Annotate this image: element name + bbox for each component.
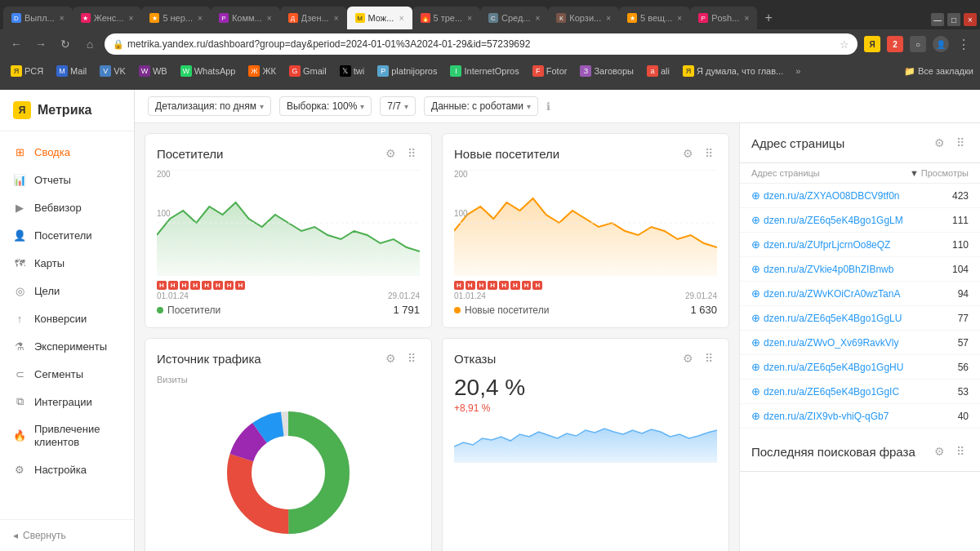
- minimize-button[interactable]: —: [931, 13, 944, 26]
- col-views-label: ▼ Просмотры: [920, 168, 969, 178]
- grid-icon[interactable]: ⠿: [952, 443, 969, 460]
- bookmark-twitter[interactable]: 𝕏 twi: [336, 64, 368, 78]
- bookmark-mail[interactable]: M Mail: [52, 64, 91, 78]
- browser-tab[interactable]: D Выпл... ×: [3, 7, 73, 29]
- collapse-icon: ◂: [13, 530, 18, 541]
- reload-button[interactable]: ↻: [56, 34, 75, 54]
- sample-filter[interactable]: Выборка: 100% ▾: [279, 96, 372, 116]
- bookmark-zhk[interactable]: Ж ЖК: [244, 64, 280, 78]
- browser-tab-active[interactable]: М Мож... ×: [347, 7, 412, 29]
- page-url-link[interactable]: ⊕ dzen.ru/a/ZWvKOiCrA0wzTanA: [751, 287, 920, 300]
- reports-icon: 📊: [13, 173, 26, 186]
- extensions-button[interactable]: Я: [862, 34, 882, 54]
- gear-icon[interactable]: ⚙: [931, 443, 947, 460]
- address-url[interactable]: metrika.yandex.ru/dashboard?group=day&pe…: [127, 38, 840, 50]
- menu-button[interactable]: ⋮: [954, 34, 973, 54]
- bookmark-whatsapp[interactable]: W WhatsApp: [176, 64, 240, 78]
- page-url-link[interactable]: ⊕ dzen.ru/a/ZE6q5eK4Bgo1GgLU: [751, 312, 920, 324]
- profile-button[interactable]: 👤: [931, 34, 951, 54]
- bookmark-ali[interactable]: a ali: [643, 64, 674, 78]
- browser-tab[interactable]: ★ Женс... ×: [73, 7, 142, 29]
- sidebar-item-acquisition[interactable]: 🔥 Привлечение клиентов: [0, 415, 134, 455]
- bookmark-rca[interactable]: Я РСЯ: [7, 64, 47, 78]
- gear-icon[interactable]: ⚙: [382, 350, 399, 367]
- bookmark-vk[interactable]: V VK: [96, 64, 130, 78]
- gear-icon[interactable]: ⚙: [679, 145, 696, 162]
- browser-tab[interactable]: К Корзи... ×: [548, 7, 619, 29]
- page-url-link[interactable]: ⊕ dzen.ru/a/ZUfprLjcrnOo8eQZ: [751, 238, 920, 251]
- table-row: ⊕ dzen.ru/a/ZE6q5eK4Bgo1GgLU 77: [740, 306, 980, 331]
- detail-filter[interactable]: Детализация: по дням ▾: [148, 96, 271, 116]
- sidebar-item-conversions[interactable]: ↑ Конверсии: [0, 304, 134, 332]
- addon-button[interactable]: ○: [908, 34, 928, 54]
- star-icon[interactable]: ☆: [840, 38, 849, 51]
- link-icon: ⊕: [751, 336, 760, 349]
- grid-icon[interactable]: ⠿: [701, 350, 717, 367]
- last-search-actions: ⚙ ⠿: [931, 443, 969, 460]
- page-url-link[interactable]: ⊕ dzen.ru/a/ZE6q5eK4Bgo1GgLM: [751, 214, 920, 226]
- sidebar-item-integrations[interactable]: ⧉ Интеграции: [0, 388, 134, 415]
- grid-icon[interactable]: ⠿: [701, 145, 717, 162]
- browser-tab[interactable]: P Posh... ×: [690, 7, 757, 29]
- gear-icon[interactable]: ⚙: [679, 350, 696, 367]
- bounces-change: +8,91 %: [454, 402, 717, 414]
- bookmark-fotor[interactable]: F Fotor: [528, 64, 572, 78]
- browser-chrome: D Выпл... × ★ Женс... × ★ 5 нер... × P К…: [0, 0, 980, 90]
- bounces-card: Отказы ⚙ ⠿ 20,4 % +8,91 %: [442, 338, 729, 551]
- filter-info-icon[interactable]: ℹ: [546, 100, 550, 113]
- bookmark-ya-article[interactable]: Я Я думала, что глав...: [679, 64, 787, 78]
- bookmark-gmail[interactable]: G Gmail: [285, 64, 331, 78]
- bookmark-internetopros[interactable]: I InternetOpros: [446, 64, 523, 78]
- badge-n: Н: [225, 281, 234, 290]
- back-button[interactable]: ←: [7, 34, 26, 54]
- bookmarks-more-button[interactable]: »: [795, 66, 800, 76]
- sidebar-collapse-button[interactable]: ◂ Свернуть: [0, 519, 134, 551]
- address-bar[interactable]: 🔒 metrika.yandex.ru/dashboard?group=day&…: [105, 33, 858, 55]
- bookmarks-folder[interactable]: 📁 Все закладки: [904, 66, 973, 77]
- browser-tab[interactable]: ★ 5 вещ... ×: [619, 7, 690, 29]
- sidebar-item-reports[interactable]: 📊 Отчеты: [0, 166, 134, 193]
- chevron-down-icon: ▾: [360, 102, 364, 111]
- svg-marker-3: [454, 198, 717, 276]
- chevron-down-icon: ▾: [404, 102, 408, 111]
- page-url-link[interactable]: ⊕ dzen.ru/a/ZIX9vb-vhiQ-qGb7: [751, 410, 920, 422]
- bookmark-wb[interactable]: W WB: [135, 64, 172, 78]
- gear-icon[interactable]: ⚙: [382, 145, 399, 162]
- grid-icon[interactable]: ⠿: [403, 145, 420, 162]
- close-button[interactable]: ×: [964, 13, 977, 26]
- table-row: ⊕ dzen.ru/a/ZE6q5eK4Bgo1GgHU 56: [740, 355, 980, 380]
- right-panel-header: Адрес страницы ⚙ ⠿: [740, 123, 980, 163]
- page-url-link[interactable]: ⊕ dzen.ru/a/ZE6q5eK4Bgo1GgHU: [751, 361, 920, 373]
- sidebar-item-goals[interactable]: ◎ Цели: [0, 277, 134, 304]
- sidebar-item-webvisor[interactable]: ▶ Вебвизор: [0, 193, 134, 221]
- sidebar-item-segments[interactable]: ⊂ Сегменты: [0, 360, 134, 388]
- link-icon: ⊕: [751, 238, 760, 251]
- forward-button[interactable]: →: [31, 34, 51, 54]
- grid-icon[interactable]: ⠿: [403, 350, 420, 367]
- sidebar-item-maps[interactable]: 🗺 Карты: [0, 249, 134, 277]
- bounces-header: Отказы ⚙ ⠿: [454, 350, 717, 367]
- data-filter[interactable]: Данные: с роботами ▾: [424, 96, 538, 116]
- page-url-link[interactable]: ⊕ dzen.ru/a/ZWvO_Xv69RavkVly: [751, 336, 920, 349]
- grid-icon[interactable]: ⠿: [952, 135, 969, 151]
- sidebar-item-settings[interactable]: ⚙ Настройка: [0, 455, 134, 483]
- page-url-link[interactable]: ⊕ dzen.ru/a/ZXYAO08DBCV9tf0n: [751, 189, 920, 202]
- maximize-button[interactable]: □: [947, 13, 960, 26]
- gear-icon[interactable]: ⚙: [931, 135, 947, 151]
- page-url-link[interactable]: ⊕ dzen.ru/a/ZE6q5eK4Bgo1GgIC: [751, 385, 920, 398]
- sidebar-item-visitors[interactable]: 👤 Посетители: [0, 221, 134, 249]
- sidebar-item-experiments[interactable]: ⚗ Эксперименты: [0, 332, 134, 360]
- bookmark-platnijopros[interactable]: P platnijopros: [373, 64, 441, 78]
- browser-tab[interactable]: ★ 5 нер... ×: [141, 7, 211, 29]
- browser-tab[interactable]: P Комм... ×: [211, 7, 280, 29]
- new-tab-button[interactable]: +: [757, 7, 780, 29]
- page-url-link[interactable]: ⊕ dzen.ru/a/ZVkie4p0BhZIBnwb: [751, 263, 920, 275]
- browser-tab[interactable]: 🔥 5 тре... ×: [412, 7, 480, 29]
- bookmark-zagovory[interactable]: З Заговоры: [576, 64, 638, 78]
- segments-filter[interactable]: 7/7 ▾: [380, 96, 416, 116]
- home-button[interactable]: ⌂: [80, 34, 100, 54]
- browser-tab[interactable]: С Сред... ×: [480, 7, 548, 29]
- sidebar-item-svodka[interactable]: ⊞ Сводка: [0, 138, 134, 166]
- notifications-button[interactable]: 2: [885, 34, 905, 54]
- browser-tab[interactable]: Д Дзен... ×: [280, 7, 347, 29]
